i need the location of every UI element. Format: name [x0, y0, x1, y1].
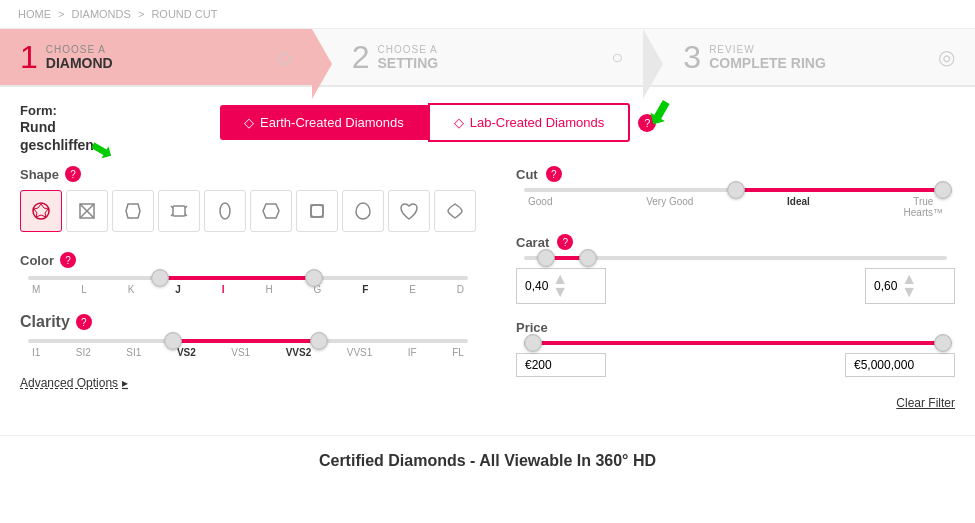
step-2[interactable]: 2 CHOOSE A SETTING ○	[332, 29, 644, 85]
cut-thumb-right[interactable]	[934, 181, 952, 199]
step-1-text: CHOOSE A DIAMOND	[46, 44, 113, 71]
cut-thumb-left[interactable]	[727, 181, 745, 199]
clarity-thumb-left[interactable]	[164, 332, 182, 350]
carat-max-input[interactable]: 0,60 ▲▼	[865, 268, 955, 304]
clear-filter-link[interactable]: Clear Filter	[896, 396, 955, 410]
shape-asscher[interactable]	[296, 190, 338, 232]
svg-point-12	[220, 203, 230, 219]
shape-help[interactable]: ?	[65, 166, 81, 182]
tick-VS1: VS1	[231, 347, 250, 358]
tick-J: J	[175, 284, 181, 295]
color-label: Color	[20, 253, 54, 268]
step-2-number: 2	[352, 41, 370, 73]
shape-radiant[interactable]	[250, 190, 292, 232]
price-thumb-left[interactable]	[524, 334, 542, 352]
tick-VVS1: VVS1	[347, 347, 373, 358]
step-3-number: 3	[683, 41, 701, 73]
step-3-text: REVIEW COMPLETE RING	[709, 44, 826, 71]
svg-marker-1	[34, 204, 48, 217]
cut-tick-ideal: Ideal	[787, 196, 810, 218]
shape-princess[interactable]	[66, 190, 108, 232]
clarity-help[interactable]: ?	[76, 314, 92, 330]
price-section: Price €200 €5,000,000	[516, 320, 955, 377]
shape-cushion[interactable]	[112, 190, 154, 232]
step-1[interactable]: 1 CHOOSE A DIAMOND ◇	[0, 29, 312, 85]
color-track	[28, 276, 468, 280]
shape-marquise[interactable]	[434, 190, 476, 232]
color-section: Color ? M L K J I H	[20, 252, 476, 295]
bottom-text: Certified Diamonds - All Viewable In 360…	[319, 452, 656, 469]
step-1-bottom: DIAMOND	[46, 55, 113, 71]
step-2-top: CHOOSE A	[377, 44, 438, 55]
tick-E: E	[409, 284, 416, 295]
carat-min-input[interactable]: 0,40 ▲▼	[516, 268, 606, 304]
filter-left: Shape ?	[20, 166, 506, 411]
cut-tick-hearts: TrueHearts™	[904, 196, 943, 218]
step-2-icon: ○	[611, 46, 623, 69]
step-2-bottom: SETTING	[377, 55, 438, 71]
carat-min-spinner[interactable]: ▲▼	[552, 273, 568, 299]
breadcrumb-diamonds[interactable]: DIAMONDS	[72, 8, 131, 20]
shape-section: Shape ?	[20, 166, 476, 232]
tick-VVS2: VVS2	[286, 347, 312, 358]
price-track	[524, 341, 947, 345]
breadcrumb: HOME > DIAMONDS > ROUND CUT	[0, 0, 975, 29]
price-thumb-right[interactable]	[934, 334, 952, 352]
color-thumb-left[interactable]	[151, 269, 169, 287]
clarity-label-row: Clarity ?	[20, 313, 476, 331]
step-3-top: REVIEW	[709, 44, 826, 55]
price-min-value: €200	[525, 358, 552, 372]
carat-help[interactable]: ?	[557, 234, 573, 250]
cut-help[interactable]: ?	[546, 166, 562, 182]
cut-tick-very-good: Very Good	[646, 196, 693, 218]
step-1-number: 1	[20, 41, 38, 73]
earth-icon: ◇	[244, 115, 254, 130]
carat-section: Carat ? 0,40 ▲▼ 0,60	[516, 234, 955, 304]
shape-oval[interactable]	[204, 190, 246, 232]
color-thumb-right[interactable]	[305, 269, 323, 287]
carat-max-spinner[interactable]: ▲▼	[901, 273, 917, 299]
tick-H: H	[265, 284, 272, 295]
step-1-icon: ◇	[277, 45, 292, 69]
shape-pear[interactable]	[342, 190, 384, 232]
shape-emerald[interactable]	[158, 190, 200, 232]
clarity-thumb-right[interactable]	[310, 332, 328, 350]
lab-label: Lab-Created Diamonds	[470, 115, 604, 130]
lab-icon: ◇	[454, 115, 464, 130]
clarity-ticks: I1 SI2 SI1 VS2 VS1 VVS2 VVS1 IF FL	[28, 347, 468, 358]
price-inputs-row: €200 €5,000,000	[516, 353, 955, 377]
carat-label: Carat	[516, 235, 549, 250]
cut-label: Cut	[516, 167, 538, 182]
carat-label-row: Carat ?	[516, 234, 955, 250]
price-min-input[interactable]: €200	[516, 353, 606, 377]
form-label: Form:	[20, 103, 220, 118]
tick-M: M	[32, 284, 40, 295]
clarity-label: Clarity	[20, 313, 70, 331]
tick-FL: FL	[452, 347, 464, 358]
breadcrumb-home[interactable]: HOME	[18, 8, 51, 20]
filter-area: Shape ?	[20, 166, 955, 411]
form-label-text: Form:	[20, 103, 57, 118]
advanced-options[interactable]: Advanced Options ▸	[20, 376, 476, 390]
cut-section: Cut ? Good Very Good Ideal TrueHearts™	[516, 166, 955, 218]
cut-track	[524, 188, 947, 192]
shape-round[interactable]	[20, 190, 62, 232]
step-2-arrow	[643, 29, 663, 99]
carat-thumb-right[interactable]	[579, 249, 597, 267]
svg-marker-13	[263, 204, 279, 218]
main-content: Form: Rundgeschliffen ➡ ◇ Earth-Created …	[0, 87, 975, 427]
svg-rect-14	[311, 205, 323, 217]
color-help[interactable]: ?	[60, 252, 76, 268]
form-value: Rundgeschliffen	[20, 118, 220, 154]
shape-heart[interactable]	[388, 190, 430, 232]
earth-label: Earth-Created Diamonds	[260, 115, 404, 130]
price-label: Price	[516, 320, 548, 335]
earth-created-button[interactable]: ◇ Earth-Created Diamonds	[220, 105, 428, 140]
step-3[interactable]: 3 REVIEW COMPLETE RING ◎	[663, 29, 975, 85]
tick-SI2: SI2	[76, 347, 91, 358]
shape-row	[20, 190, 476, 232]
carat-thumb-left[interactable]	[537, 249, 555, 267]
lab-created-button[interactable]: ◇ Lab-Created Diamonds	[428, 103, 630, 142]
tick-VS2: VS2	[177, 347, 196, 358]
price-max-input[interactable]: €5,000,000	[845, 353, 955, 377]
